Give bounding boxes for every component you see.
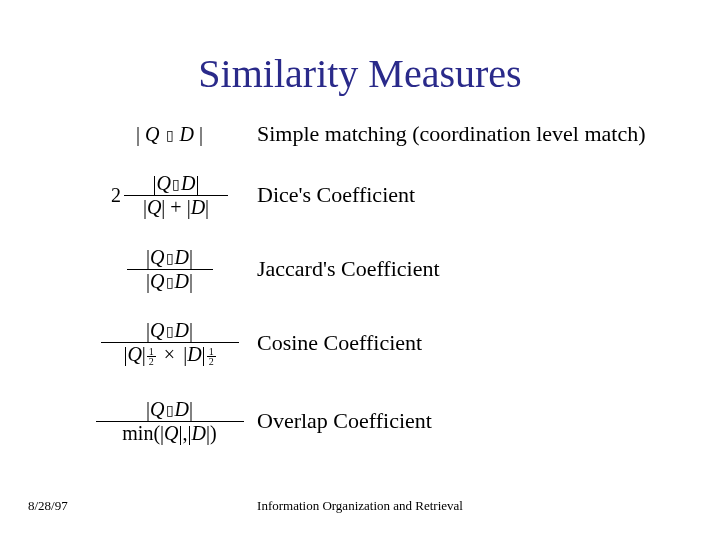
slide-title: Similarity Measures bbox=[0, 50, 720, 97]
footer-source: Information Organization and Retrieval bbox=[0, 498, 720, 514]
formula-cosine: |Q▯D| |Q|12 × |D|12 bbox=[82, 319, 257, 367]
label-dice: Dice's Coefficient bbox=[257, 182, 415, 208]
row-simple: | Q ▯ D | Simple matching (coordination … bbox=[82, 112, 682, 156]
formula-dice: 2 |Q▯D| |Q| + |D| bbox=[82, 172, 257, 219]
content-rows: | Q ▯ D | Simple matching (coordination … bbox=[82, 112, 682, 460]
formula-simple: | Q ▯ D | bbox=[82, 123, 257, 146]
intersection-icon: ▯ bbox=[165, 323, 175, 339]
slide: Similarity Measures | Q ▯ D | Simple mat… bbox=[0, 0, 720, 540]
intersection-icon: ▯ bbox=[165, 250, 175, 266]
label-overlap: Overlap Coefficient bbox=[257, 408, 432, 434]
intersection-icon: ▯ bbox=[165, 127, 175, 143]
label-cosine: Cosine Coefficient bbox=[257, 330, 422, 356]
intersection-icon: ▯ bbox=[171, 176, 181, 192]
label-simple: Simple matching (coordination level matc… bbox=[257, 121, 646, 147]
row-cosine: |Q▯D| |Q|12 × |D|12 Cosine Coefficient bbox=[82, 304, 682, 382]
intersection-icon: ▯ bbox=[165, 402, 175, 418]
intersection-icon: ▯ bbox=[165, 274, 175, 290]
row-overlap: |Q▯D| min(|Q|,|D|) Overlap Coefficient bbox=[82, 382, 682, 460]
row-dice: 2 |Q▯D| |Q| + |D| Dice's Coefficient bbox=[82, 156, 682, 234]
formula-overlap: |Q▯D| min(|Q|,|D|) bbox=[82, 398, 257, 445]
formula-jaccard: |Q▯D| |Q▯D| bbox=[82, 246, 257, 293]
label-jaccard: Jaccard's Coefficient bbox=[257, 256, 440, 282]
row-jaccard: |Q▯D| |Q▯D| Jaccard's Coefficient bbox=[82, 234, 682, 304]
